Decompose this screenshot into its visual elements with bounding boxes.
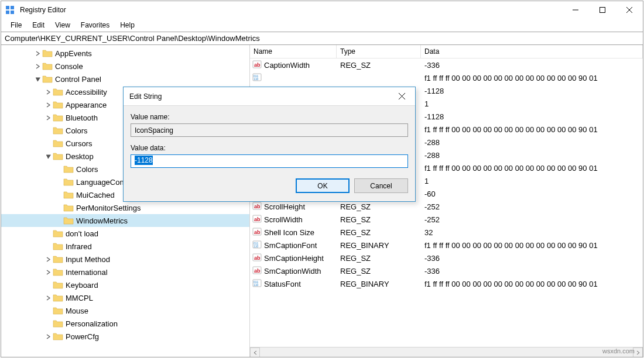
- folder-icon: [53, 267, 63, 277]
- expand-closed-icon[interactable]: [43, 293, 53, 302]
- tree-item[interactable]: PerMonitorSettings: [1, 201, 249, 214]
- ok-button[interactable]: OK: [296, 178, 350, 193]
- list-row[interactable]: abShell Icon SizeREG_SZ32: [250, 226, 643, 239]
- svg-text:110: 110: [254, 283, 259, 287]
- list-row[interactable]: 011110StatusFontREG_BINARYf1 ff ff ff 00…: [250, 277, 643, 290]
- svg-text:110: 110: [254, 77, 259, 81]
- tree-item-label: Personalization: [66, 319, 118, 328]
- string-value-icon: ab: [252, 227, 263, 237]
- folder-icon: [42, 74, 53, 84]
- expand-closed-icon[interactable]: [43, 254, 53, 264]
- tree-item[interactable]: Personalization: [1, 317, 249, 330]
- list-row[interactable]: 011110f1 ff ff ff 00 00 00 00 00 00 00 0…: [250, 71, 643, 84]
- tree-item[interactable]: PowerCfg: [1, 330, 249, 343]
- svg-text:110: 110: [254, 245, 259, 248]
- tree-item[interactable]: Console: [1, 60, 249, 73]
- folder-icon: [53, 152, 63, 161]
- tree-item-label: don't load: [66, 229, 98, 238]
- folder-icon: [53, 87, 63, 97]
- list-row[interactable]: abSmCaptionHeightREG_SZ-336: [250, 252, 643, 264]
- tree-item-label: Infrared: [66, 242, 92, 251]
- tree-item-label: Colors: [66, 126, 88, 135]
- maximize-button[interactable]: [589, 1, 616, 19]
- expand-closed-icon[interactable]: [43, 113, 53, 122]
- tree-item[interactable]: don't load: [1, 227, 249, 240]
- tree-item-label: MuiCached: [76, 191, 115, 199]
- string-value-icon: ab: [252, 253, 263, 263]
- list-row[interactable]: abScrollHeightREG_SZ-252: [250, 200, 643, 213]
- list-row[interactable]: abCaptionWidthREG_SZ-336: [250, 58, 643, 71]
- tree-item-label: Control Panel: [55, 75, 101, 84]
- value-data: -336: [421, 61, 643, 70]
- window-buttons: [562, 1, 643, 19]
- tree-item[interactable]: WindowMetrics: [1, 214, 249, 227]
- horizontal-scrollbar[interactable]: [250, 347, 643, 357]
- scroll-track[interactable]: [260, 347, 633, 357]
- col-header-name[interactable]: Name: [250, 45, 337, 58]
- minimize-button[interactable]: [562, 1, 589, 19]
- folder-icon: [53, 242, 63, 251]
- cancel-button[interactable]: Cancel: [354, 178, 408, 193]
- col-header-data[interactable]: Data: [421, 45, 643, 58]
- tree-item[interactable]: International: [1, 266, 249, 278]
- expand-closed-icon[interactable]: [43, 267, 53, 277]
- svg-rect-3: [11, 11, 14, 14]
- tree-item[interactable]: AppEvents: [1, 47, 249, 60]
- svg-text:ab: ab: [254, 216, 261, 222]
- value-data-input[interactable]: -1128: [131, 154, 408, 168]
- menu-view[interactable]: View: [50, 20, 75, 30]
- list-row[interactable]: 011110SmCaptionFontREG_BINARYf1 ff ff ff…: [250, 239, 643, 252]
- value-data: -252: [421, 202, 643, 211]
- value-data: 32: [421, 228, 643, 237]
- expand-closed-icon[interactable]: [33, 61, 42, 71]
- value-name: Shell Icon Size: [264, 228, 314, 237]
- tree-item-label: Mouse: [66, 307, 88, 315]
- tree-item[interactable]: Control Panel: [1, 73, 249, 85]
- value-data: -252: [421, 215, 643, 224]
- tree-item[interactable]: Keyboard: [1, 278, 249, 291]
- value-data: f1 ff ff ff 00 00 00 00 00 00 00 00 00 0…: [421, 241, 643, 250]
- folder-icon: [53, 306, 63, 315]
- dialog-close-button[interactable]: [389, 87, 414, 106]
- col-header-type[interactable]: Type: [337, 45, 421, 58]
- svg-text:ab: ab: [254, 268, 261, 274]
- scroll-left-arrow[interactable]: [250, 347, 260, 357]
- tree-item[interactable]: Mouse: [1, 304, 249, 317]
- svg-rect-1: [11, 6, 14, 9]
- window-title: Registry Editor: [20, 6, 66, 14]
- expand-none: [43, 139, 53, 148]
- expand-closed-icon[interactable]: [33, 49, 42, 58]
- svg-rect-0: [6, 6, 9, 9]
- expand-closed-icon[interactable]: [43, 87, 53, 97]
- svg-rect-5: [600, 8, 605, 13]
- expand-closed-icon[interactable]: [43, 100, 53, 109]
- expand-closed-icon[interactable]: [43, 332, 53, 341]
- expand-open-icon[interactable]: [43, 152, 53, 161]
- tree-item[interactable]: Input Method: [1, 253, 249, 266]
- folder-icon: [53, 319, 63, 328]
- address-bar[interactable]: Computer\HKEY_CURRENT_USER\Control Panel…: [1, 32, 643, 45]
- expand-open-icon[interactable]: [33, 74, 42, 84]
- close-button[interactable]: [616, 1, 643, 19]
- tree-item[interactable]: MMCPL: [1, 291, 249, 304]
- list-row[interactable]: abSmCaptionWidthREG_SZ-336: [250, 264, 643, 277]
- dialog-titlebar[interactable]: Edit String: [124, 87, 415, 106]
- menu-file[interactable]: File: [6, 20, 26, 30]
- tree-item-label: Console: [55, 62, 83, 71]
- value-name-input: [131, 123, 408, 137]
- value-name: SmCaptionFont: [264, 241, 317, 250]
- tree-item-label: Colors: [76, 165, 98, 174]
- value-data: -60: [421, 190, 643, 198]
- list-row[interactable]: abScrollWidthREG_SZ-252: [250, 213, 643, 226]
- menu-favorites[interactable]: Favorites: [76, 20, 114, 30]
- menu-help[interactable]: Help: [115, 20, 139, 30]
- tree-item[interactable]: Infrared: [1, 240, 249, 253]
- value-data: -288: [421, 151, 643, 160]
- tree-item-label: Accessibility: [66, 88, 107, 97]
- expand-none: [43, 126, 53, 135]
- folder-icon: [53, 293, 63, 302]
- value-type: REG_SZ: [337, 202, 421, 211]
- value-name: SmCaptionWidth: [264, 267, 321, 276]
- menu-edit[interactable]: Edit: [28, 20, 49, 30]
- value-name-label: Value name:: [131, 113, 408, 121]
